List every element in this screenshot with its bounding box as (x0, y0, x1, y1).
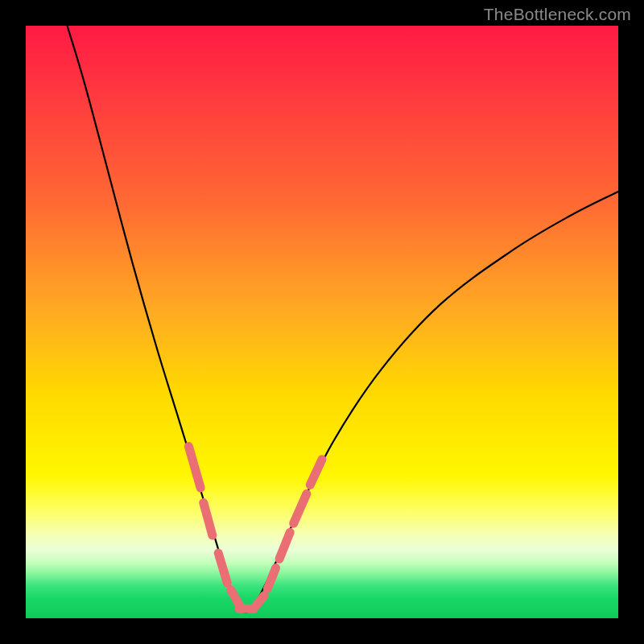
curve-layer (26, 26, 618, 618)
optimal-zone-dash (279, 532, 290, 559)
watermark-text: TheBottleneck.com (484, 5, 631, 24)
plot-area (26, 26, 618, 618)
optimal-zone-dash (294, 493, 307, 523)
optimal-zone-dash (188, 447, 200, 489)
optimal-zone-dash (257, 596, 264, 605)
chart-frame: TheBottleneck.com (0, 0, 644, 644)
optimal-zone-dash (267, 568, 275, 588)
optimal-zone-dash (204, 502, 213, 535)
optimal-zone-dash (231, 590, 239, 605)
bottleneck-curve (68, 26, 618, 613)
optimal-zone-dash (310, 460, 322, 485)
optimal-zone-dash (218, 553, 227, 583)
